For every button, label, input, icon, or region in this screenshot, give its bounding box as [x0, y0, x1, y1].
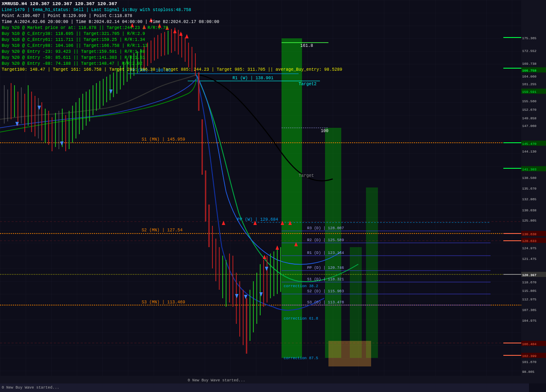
- s2-d-label: S2 (D) | 115.903: [307, 289, 344, 294]
- svg-text:125.865: 125.865: [522, 219, 537, 222]
- buy-10-61-line: Buy %10 @ C_Entry61: 111.711 || Target:1…: [2, 37, 342, 43]
- target-label: Target: [299, 173, 314, 178]
- time-line: Time A:2024.02.06 20:00:00 | Time B:2024…: [2, 19, 342, 25]
- indicator-line: Line:1479 | tema_h1_status: Sell | Last …: [2, 7, 342, 13]
- svg-text:166.758: 166.758: [522, 69, 537, 72]
- bottom-bar: 0 New Buy Wave started...: [0, 383, 529, 392]
- svg-text:147.060: 147.060: [522, 124, 537, 128]
- buy-10-38-line: Buy %10 @ C_Entry38: 118.695 || Target:3…: [2, 31, 342, 37]
- svg-text:175.365: 175.365: [522, 36, 537, 40]
- svg-text:128.633: 128.633: [522, 239, 537, 243]
- svg-text:120.367: 120.367: [522, 273, 537, 277]
- buy-market-line: Buy %20 @ Market price or at: 118.878 ||…: [2, 25, 342, 31]
- correction-area: [328, 341, 371, 366]
- svg-text:152.670: 152.670: [522, 108, 537, 112]
- svg-text:145.470: 145.470: [522, 142, 537, 146]
- buy-20-88-line: Buy %20 @ Entry -88: 74.188 || Target:14…: [2, 61, 342, 67]
- svg-text:135.670: 135.670: [522, 187, 537, 190]
- svg-text:141.303: 141.303: [522, 167, 537, 171]
- svg-text:132.865: 132.865: [522, 197, 537, 201]
- chart-container: MARKETRADE XMRUSD.H4 120.367 120.367 120…: [0, 0, 546, 392]
- points-line: Point A:100.407 | Point B:129.999 | Poin…: [2, 13, 342, 19]
- targets-line: Target100: 148.47 | Target 161: 166.758 …: [2, 67, 342, 73]
- price-scale-svg: 175.365 172.552 169.738 166.758 164.060 …: [521, 0, 546, 383]
- s2-mn-chart-label: S2 (MN) | 127.54: [142, 228, 183, 233]
- svg-text:106.404: 106.404: [522, 342, 537, 346]
- svg-text:98.865: 98.865: [522, 370, 534, 374]
- time-axis: [0, 376, 521, 383]
- new-wave-text: 0 New Buy Wave started...: [188, 378, 245, 383]
- s1-d-label: S1 (D) | 118.321: [307, 277, 344, 282]
- s3-d-label: S3 (D) | 113.478: [307, 300, 344, 305]
- svg-text:149.858: 149.858: [522, 116, 537, 120]
- top-info-panel: XMRUSD.H4 120.367 120.367 120.367 120.36…: [2, 1, 342, 73]
- svg-text:172.552: 172.552: [522, 49, 537, 53]
- s3-mn-chart-label: S3 (MN) | 113.469: [142, 300, 185, 305]
- pp-w-chart-label: PP (W) | 129.684: [237, 217, 278, 222]
- svg-text:161.255: 161.255: [522, 82, 537, 86]
- svg-text:159.591: 159.591: [522, 90, 537, 94]
- svg-text:112.975: 112.975: [522, 297, 537, 301]
- svg-text:144.130: 144.130: [522, 150, 537, 153]
- green-col-4: [366, 187, 378, 358]
- svg-text:118.670: 118.670: [522, 280, 537, 284]
- r3-d-label: R3 (D) | 128.007: [307, 226, 344, 231]
- svg-text:124.975: 124.975: [522, 246, 537, 250]
- svg-text:107.365: 107.365: [522, 308, 537, 312]
- buy-10-88-line: Buy %10 @ C_Entry88: 104.106 || Target:1…: [2, 43, 342, 49]
- r1-w-label: R1 (W) | 138.901: [232, 76, 273, 81]
- svg-text:169.738: 169.738: [522, 62, 537, 66]
- svg-text:164.060: 164.060: [522, 75, 537, 78]
- svg-text:101.670: 101.670: [522, 360, 537, 364]
- svg-text:121.475: 121.475: [522, 257, 537, 261]
- r2-d-label: R2 (D) | 125.589: [307, 238, 344, 242]
- chart-title: XMRUSD.H4 120.367 120.367 120.367 120.36…: [2, 1, 342, 7]
- new-wave-label: 0 New Buy Wave started...: [2, 386, 59, 390]
- correction-875-label: correction 87.5: [284, 356, 318, 360]
- svg-text:115.865: 115.865: [522, 289, 537, 293]
- r1-d-label: R1 (D) | 123.164: [307, 251, 344, 255]
- svg-text:155.560: 155.560: [522, 99, 537, 103]
- pp-d-label: PP (D) | 120.746: [307, 266, 344, 270]
- svg-text:130.038: 130.038: [522, 208, 537, 212]
- correction-38-label: correction 38.2: [284, 284, 318, 288]
- correction-618-label: correction 61.8: [284, 317, 318, 321]
- fib-100-label: 100: [321, 129, 328, 133]
- s1-mn-chart-label: S1 (MN) | 145.959: [142, 137, 185, 142]
- svg-text:104.975: 104.975: [522, 319, 537, 323]
- svg-text:138.560: 138.560: [522, 176, 537, 180]
- buy-20-23-line: Buy %20 @ Entry -23: 93.423 || Target:15…: [2, 49, 342, 55]
- target2-label: Target2: [299, 82, 317, 86]
- svg-text:102.399: 102.399: [522, 354, 537, 358]
- buy-20-50-line: Buy %20 @ Entry -50: 85.611 || Target:14…: [2, 55, 342, 61]
- svg-text:130.638: 130.638: [522, 232, 537, 236]
